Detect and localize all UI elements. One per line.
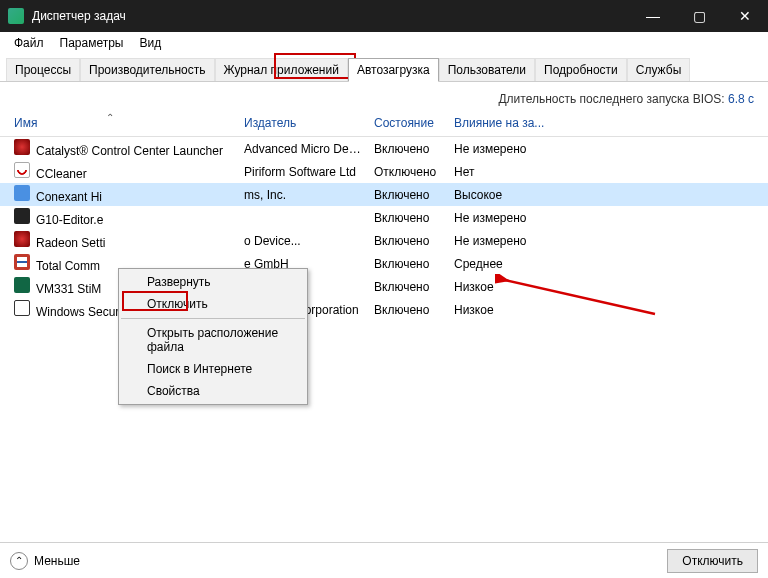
row-state: Включено [374, 257, 454, 271]
col-header-name[interactable]: Имя ⌃ [14, 116, 244, 130]
cm-search-web[interactable]: Поиск в Интернете [119, 358, 307, 380]
row-icon [14, 139, 30, 155]
close-button[interactable]: ✕ [722, 0, 768, 32]
row-state: Включено [374, 303, 454, 317]
row-publisher: o Device... [244, 234, 374, 248]
menubar: Файл Параметры Вид [0, 32, 768, 54]
col-header-publisher[interactable]: Издатель [244, 116, 374, 130]
tab-processes[interactable]: Процессы [6, 58, 80, 82]
row-impact: Не измерено [454, 142, 574, 156]
window-controls: ― ▢ ✕ [630, 0, 768, 32]
cm-open-location[interactable]: Открыть расположение файла [119, 322, 307, 358]
row-name: Radeon Setti [36, 236, 105, 250]
tab-users[interactable]: Пользователи [439, 58, 535, 82]
grid-header: Имя ⌃ Издатель Состояние Влияние на за..… [0, 112, 768, 137]
tab-services[interactable]: Службы [627, 58, 690, 82]
row-publisher: Advanced Micro Device... [244, 142, 374, 156]
row-name: Total Comm [36, 259, 100, 273]
menu-view[interactable]: Вид [131, 34, 169, 52]
sort-caret-icon: ⌃ [106, 112, 114, 123]
row-name: G10-Editor.e [36, 213, 103, 227]
table-row[interactable]: VM331 StiMВключеноНизкое [0, 275, 768, 298]
row-icon [14, 231, 30, 247]
row-publisher: Piriform Software Ltd [244, 165, 374, 179]
row-state: Включено [374, 142, 454, 156]
tabs: Процессы Производительность Журнал прило… [6, 58, 762, 82]
table-row[interactable]: CCleanerPiriform Software LtdОтключеноНе… [0, 160, 768, 183]
context-menu: Развернуть Отключить Открыть расположени… [118, 268, 308, 405]
row-state: Отключено [374, 165, 454, 179]
tab-app-history[interactable]: Журнал приложений [215, 58, 348, 82]
row-impact: Среднее [454, 257, 574, 271]
row-state: Включено [374, 234, 454, 248]
cm-separator [121, 318, 305, 319]
row-impact: Не измерено [454, 234, 574, 248]
tab-performance[interactable]: Производительность [80, 58, 214, 82]
tabs-container: Процессы Производительность Журнал прило… [0, 54, 768, 82]
tab-details[interactable]: Подробности [535, 58, 627, 82]
table-row[interactable]: Radeon Settio Device...ВключеноНе измере… [0, 229, 768, 252]
minimize-button[interactable]: ― [630, 0, 676, 32]
row-publisher: ms, Inc. [244, 188, 374, 202]
row-state: Включено [374, 211, 454, 225]
row-impact: Высокое [454, 188, 574, 202]
table-row[interactable]: Total Comme GmbHВключеноСреднее [0, 252, 768, 275]
menu-options[interactable]: Параметры [52, 34, 132, 52]
bios-value: 6.8 с [728, 92, 754, 106]
fewer-details-button[interactable]: ⌃ Меньше [10, 552, 80, 570]
row-icon [14, 162, 30, 178]
table-row[interactable]: Catalyst® Control Center LauncherAdvance… [0, 137, 768, 160]
row-icon [14, 185, 30, 201]
row-impact: Низкое [454, 280, 574, 294]
titlebar: Диспетчер задач ― ▢ ✕ [0, 0, 768, 32]
footer: ⌃ Меньше Отключить [0, 542, 768, 578]
tab-startup[interactable]: Автозагрузка [348, 58, 439, 82]
fewer-label: Меньше [34, 554, 80, 568]
rows-container: Catalyst® Control Center LauncherAdvance… [0, 137, 768, 321]
row-impact: Низкое [454, 303, 574, 317]
content-area: Длительность последнего запуска BIOS: 6.… [0, 81, 768, 573]
row-icon [14, 254, 30, 270]
cm-disable[interactable]: Отключить [119, 293, 307, 315]
table-row[interactable]: G10-Editor.eВключеноНе измерено [0, 206, 768, 229]
row-state: Включено [374, 280, 454, 294]
row-name: Catalyst® Control Center Launcher [36, 144, 223, 158]
row-icon [14, 300, 30, 316]
window-title: Диспетчер задач [32, 9, 630, 23]
col-header-state[interactable]: Состояние [374, 116, 454, 130]
cm-expand[interactable]: Развернуть [119, 271, 307, 293]
bios-label: Длительность последнего запуска BIOS: [498, 92, 724, 106]
menu-file[interactable]: Файл [6, 34, 52, 52]
col-header-impact[interactable]: Влияние на за... [454, 116, 574, 130]
row-name: Conexant Hi [36, 190, 102, 204]
row-name: CCleaner [36, 167, 87, 181]
chevron-up-icon: ⌃ [10, 552, 28, 570]
table-row[interactable]: Windows Security notification iconMicros… [0, 298, 768, 321]
row-state: Включено [374, 188, 454, 202]
app-icon [8, 8, 24, 24]
row-icon [14, 208, 30, 224]
row-impact: Не измерено [454, 211, 574, 225]
col-header-name-label: Имя [14, 116, 37, 130]
maximize-button[interactable]: ▢ [676, 0, 722, 32]
cm-properties[interactable]: Свойства [119, 380, 307, 402]
table-row[interactable]: Conexant Hims, Inc.ВключеноВысокое [0, 183, 768, 206]
bios-duration: Длительность последнего запуска BIOS: 6.… [0, 88, 768, 112]
disable-button[interactable]: Отключить [667, 549, 758, 573]
row-icon [14, 277, 30, 293]
row-impact: Нет [454, 165, 574, 179]
row-name: VM331 StiM [36, 282, 101, 296]
